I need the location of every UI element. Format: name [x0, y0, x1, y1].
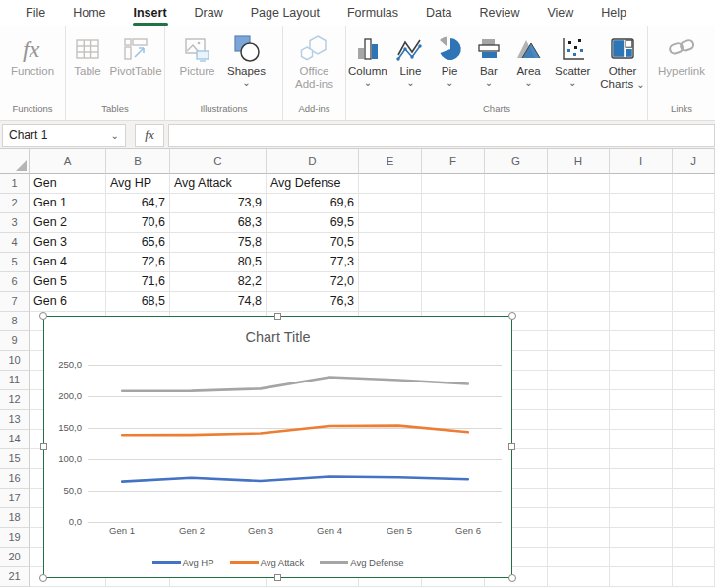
row-header-8[interactable]: 8 — [0, 312, 30, 331]
cell-C6[interactable]: 82,2 — [170, 272, 267, 292]
cell-H18[interactable] — [548, 508, 610, 528]
resize-handle-se[interactable] — [508, 574, 516, 582]
resize-handle-sw[interactable] — [39, 574, 47, 582]
column-header-F[interactable]: F — [422, 149, 485, 174]
cell-J19[interactable] — [673, 528, 715, 548]
tab-file[interactable]: File — [12, 0, 59, 26]
cell-E2[interactable] — [359, 194, 422, 213]
cell-G7[interactable] — [485, 292, 548, 312]
cell-E3[interactable] — [359, 213, 422, 233]
column-header-I[interactable]: I — [610, 149, 673, 174]
cell-I15[interactable] — [610, 449, 673, 469]
cell-I9[interactable] — [610, 331, 673, 351]
cell-E1[interactable] — [359, 174, 422, 194]
select-all-corner[interactable] — [0, 149, 30, 174]
row-header-19[interactable]: 19 — [0, 528, 30, 548]
cell-E6[interactable] — [359, 272, 422, 292]
cell-J17[interactable] — [673, 489, 715, 508]
cell-B3[interactable]: 70,6 — [106, 213, 170, 233]
tab-help[interactable]: Help — [587, 0, 640, 26]
cell-H10[interactable] — [548, 351, 610, 371]
column-header-J[interactable]: J — [673, 149, 715, 174]
tab-view[interactable]: View — [533, 0, 587, 26]
cell-E7[interactable] — [359, 292, 422, 312]
insert-function-button[interactable]: fx — [135, 124, 164, 147]
cell-B4[interactable]: 65,6 — [106, 233, 170, 253]
cell-I16[interactable] — [610, 469, 673, 489]
cell-D5[interactable]: 77,3 — [267, 253, 359, 272]
office-addins-button[interactable]: Office Add-ins — [286, 32, 343, 91]
cell-G3[interactable] — [485, 213, 548, 233]
cell-H11[interactable] — [548, 371, 610, 390]
cell-H9[interactable] — [548, 331, 610, 351]
table-button[interactable]: Table — [67, 32, 108, 79]
cell-I12[interactable] — [610, 390, 673, 410]
resize-handle-e[interactable] — [508, 443, 515, 450]
pivottable-button[interactable]: PivotTable — [108, 32, 163, 79]
scatter-chart-button[interactable]: Scatter ⌄ — [550, 32, 595, 88]
hyperlink-button[interactable]: Hyperlink — [651, 32, 712, 79]
row-header-10[interactable]: 10 — [0, 351, 30, 371]
picture-button[interactable]: Picture — [175, 32, 220, 79]
cell-I14[interactable] — [610, 430, 673, 449]
row-header-14[interactable]: 14 — [0, 430, 30, 449]
cell-J7[interactable] — [673, 292, 715, 312]
cell-C7[interactable]: 74,8 — [170, 292, 267, 312]
cell-H8[interactable] — [548, 312, 610, 331]
cell-J18[interactable] — [673, 508, 715, 528]
row-header-18[interactable]: 18 — [0, 508, 30, 528]
cell-H6[interactable] — [548, 272, 610, 292]
cell-G1[interactable] — [485, 174, 548, 194]
cell-G5[interactable] — [485, 253, 548, 272]
cell-H4[interactable] — [548, 233, 610, 253]
cell-I11[interactable] — [610, 371, 673, 390]
cell-C1[interactable]: Avg Attack — [170, 174, 267, 194]
row-header-5[interactable]: 5 — [0, 253, 30, 272]
cell-J5[interactable] — [673, 253, 715, 272]
cell-A3[interactable]: Gen 2 — [30, 213, 106, 233]
function-button[interactable]: fx Function — [2, 32, 63, 79]
row-header-1[interactable]: 1 — [0, 174, 30, 194]
cell-G2[interactable] — [485, 194, 548, 213]
cell-J9[interactable] — [673, 331, 715, 351]
row-header-2[interactable]: 2 — [0, 194, 30, 213]
cell-J14[interactable] — [673, 430, 715, 449]
cell-J8[interactable] — [673, 312, 715, 331]
cell-H16[interactable] — [548, 469, 610, 489]
cell-F6[interactable] — [422, 272, 485, 292]
cell-I10[interactable] — [610, 351, 673, 371]
row-header-11[interactable]: 11 — [0, 371, 30, 390]
cell-H13[interactable] — [548, 410, 610, 430]
row-header-20[interactable]: 20 — [0, 548, 30, 567]
cell-I2[interactable] — [610, 194, 673, 213]
cell-D3[interactable]: 69,5 — [267, 213, 359, 233]
cell-J21[interactable] — [673, 567, 715, 587]
column-header-H[interactable]: H — [548, 149, 610, 174]
cell-I3[interactable] — [610, 213, 673, 233]
cell-D7[interactable]: 76,3 — [267, 292, 359, 312]
bar-chart-button[interactable]: Bar ⌄ — [470, 32, 507, 88]
cell-F4[interactable] — [422, 233, 485, 253]
cell-J12[interactable] — [673, 390, 715, 410]
cell-E5[interactable] — [359, 253, 422, 272]
cell-D1[interactable]: Avg Defense — [267, 174, 359, 194]
cell-I18[interactable] — [610, 508, 673, 528]
cell-A4[interactable]: Gen 3 — [30, 233, 106, 253]
cell-F5[interactable] — [422, 253, 485, 272]
cell-H21[interactable] — [548, 567, 610, 587]
cell-F1[interactable] — [422, 174, 485, 194]
formula-input[interactable] — [168, 124, 715, 147]
cell-I6[interactable] — [610, 272, 673, 292]
resize-handle-n[interactable] — [274, 313, 281, 320]
cell-D2[interactable]: 69,6 — [267, 194, 359, 213]
tab-formulas[interactable]: Formulas — [333, 0, 412, 26]
cell-H14[interactable] — [548, 430, 610, 449]
tab-page-layout[interactable]: Page Layout — [237, 0, 333, 26]
cell-J16[interactable] — [673, 469, 715, 489]
cell-F2[interactable] — [422, 194, 485, 213]
pie-chart-button[interactable]: Pie ⌄ — [432, 32, 467, 88]
cell-H19[interactable] — [548, 528, 610, 548]
cell-B1[interactable]: Avg HP — [106, 174, 170, 194]
column-chart-button[interactable]: Column ⌄ — [346, 32, 389, 88]
row-header-3[interactable]: 3 — [0, 213, 30, 233]
